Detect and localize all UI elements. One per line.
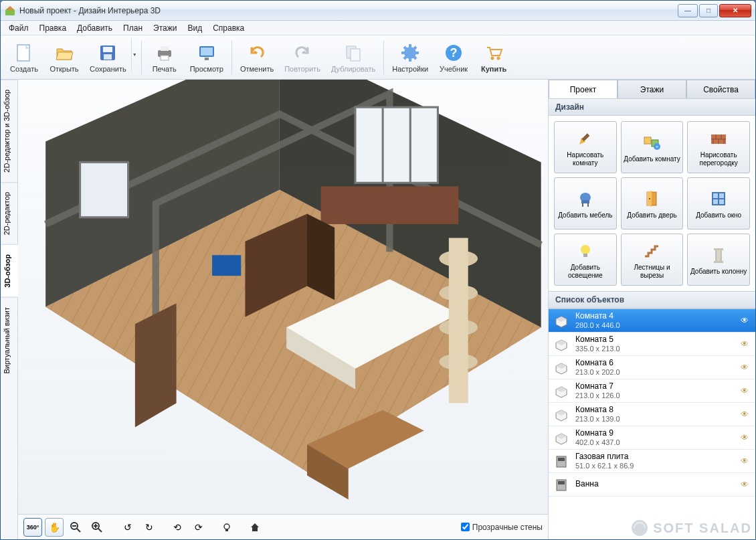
rooms-icon: + [641, 132, 662, 153]
svg-point-77 [649, 198, 650, 199]
svg-rect-32 [355, 107, 438, 183]
zoom-out-button[interactable] [66, 518, 85, 537]
rotate-ccw-button[interactable]: ↺ [118, 518, 137, 537]
undo-button[interactable]: Отменить [235, 38, 278, 77]
visibility-icon[interactable]: 👁 [741, 433, 751, 442]
maximize-button[interactable]: □ [699, 4, 718, 17]
tab-properties[interactable]: Свойства [686, 80, 755, 98]
menu-plan[interactable]: План [118, 22, 148, 34]
add-furniture-button[interactable]: Добавить мебель [554, 177, 617, 230]
buy-button[interactable]: Купить [474, 38, 513, 77]
vtab-2d[interactable]: 2D-редактор [1, 182, 17, 244]
svg-rect-11 [201, 48, 213, 56]
svg-rect-8 [161, 46, 169, 51]
objects-section-header: Список объектов [549, 291, 755, 308]
close-button[interactable]: ✕ [719, 4, 751, 17]
print-button[interactable]: Печать [145, 38, 184, 77]
window-buttons: — □ ✕ [678, 4, 751, 17]
room-icon [553, 382, 570, 399]
transparent-walls-checkbox[interactable]: Прозрачные стены [461, 523, 543, 532]
printer-icon [154, 42, 175, 64]
add-light-button[interactable]: Добавить освещение [554, 234, 617, 286]
add-door-button[interactable]: Добавить дверь [621, 177, 684, 230]
draw-wall-button[interactable]: Нарисовать перегородку [687, 121, 750, 173]
pan-button[interactable]: ✋ [45, 518, 64, 537]
menu-help[interactable]: Справка [207, 22, 250, 34]
svg-rect-35 [321, 186, 459, 224]
room-icon [553, 429, 570, 446]
svg-marker-41 [135, 303, 177, 427]
pencil-icon [575, 128, 596, 149]
vtab-3d[interactable]: 3D-обзор [1, 244, 18, 297]
create-button[interactable]: Создать [5, 38, 43, 77]
visibility-icon[interactable]: 👁 [741, 410, 751, 419]
stairs-button[interactable]: Лестницы и вырезы [621, 234, 684, 286]
vtab-virtual[interactable]: Виртуальный визит [1, 297, 17, 383]
gear-icon [399, 42, 421, 64]
open-button[interactable]: Открыть [45, 38, 84, 77]
svg-marker-58 [251, 523, 259, 531]
visibility-icon[interactable]: 👁 [741, 316, 751, 325]
svg-rect-60 [644, 137, 651, 144]
object-row[interactable]: Газовая плита51.0 x 62.1 x 86.9👁 [549, 450, 755, 473]
vtab-2d3d[interactable]: 2D-редактор и 3D-обзор [1, 80, 17, 182]
tutorial-button[interactable]: ?Учебник [434, 38, 473, 77]
add-column-button[interactable]: Добавить колонну [687, 234, 750, 286]
window-icon [708, 188, 729, 209]
door-icon [641, 188, 662, 209]
add-room-button[interactable]: +Добавить комнату [621, 121, 684, 173]
duplicate-button[interactable]: Дублировать [326, 38, 380, 77]
separator [141, 41, 142, 74]
visibility-icon[interactable]: 👁 [741, 480, 751, 489]
settings-button[interactable]: Настройки [387, 38, 433, 77]
draw-room-button[interactable]: Нарисовать комнату [554, 121, 617, 173]
separator [231, 41, 232, 74]
tab-project[interactable]: Проект [549, 80, 618, 98]
column-icon [708, 244, 729, 266]
svg-rect-101 [558, 481, 565, 484]
svg-rect-72 [581, 200, 589, 203]
orbit-right-button[interactable]: ⟳ [189, 518, 208, 537]
redo-button[interactable]: Повторить [280, 38, 325, 77]
svg-point-81 [581, 245, 590, 254]
object-name: Комната 5 [575, 335, 735, 344]
menu-floors[interactable]: Этажи [148, 22, 182, 34]
object-name: Комната 4 [575, 312, 735, 321]
add-window-button[interactable]: Добавить окно [687, 177, 750, 230]
object-row[interactable]: Комната 7213.0 x 126.0👁 [549, 379, 755, 403]
view-360-button[interactable]: 360° [23, 518, 42, 537]
3d-canvas[interactable] [18, 80, 548, 514]
tab-floors[interactable]: Этажи [618, 80, 686, 98]
orbit-left-button[interactable]: ⟲ [168, 518, 187, 537]
object-dimensions: 213.0 x 126.0 [575, 391, 735, 399]
save-dropdown[interactable]: ▼ [131, 38, 138, 72]
object-dimensions: 280.0 x 446.0 [575, 321, 735, 329]
menu-view[interactable]: Вид [182, 22, 207, 34]
object-row[interactable]: Комната 8213.0 x 139.0👁 [549, 403, 755, 426]
room-icon [553, 335, 570, 353]
chair-icon [575, 188, 596, 209]
cart-icon [483, 42, 504, 64]
object-row[interactable]: Ванна👁 [549, 473, 755, 497]
visibility-icon[interactable]: 👁 [741, 456, 751, 466]
visibility-icon[interactable]: 👁 [741, 339, 751, 349]
redo-icon [292, 42, 313, 64]
rotate-cw-button[interactable]: ↻ [140, 518, 159, 537]
home-view-button[interactable] [246, 518, 264, 537]
svg-rect-0 [5, 10, 15, 15]
minimize-button[interactable]: — [678, 4, 698, 17]
save-button[interactable]: Сохранить [85, 38, 131, 77]
object-row[interactable]: Комната 4280.0 x 446.0👁 [549, 309, 755, 333]
object-row[interactable]: Комната 5335.0 x 213.0👁 [549, 333, 755, 356]
object-row[interactable]: Комната 6213.0 x 202.0👁 [549, 356, 755, 379]
light-toggle-button[interactable] [217, 518, 236, 537]
visibility-icon[interactable]: 👁 [741, 386, 751, 395]
visibility-icon[interactable]: 👁 [741, 363, 751, 372]
object-row[interactable]: Комната 9402.0 x 437.0👁 [549, 426, 755, 450]
zoom-in-button[interactable] [88, 518, 106, 537]
preview-button[interactable]: Просмотр [185, 38, 228, 77]
menu-file[interactable]: Файл [3, 22, 34, 34]
menu-add[interactable]: Добавить [72, 22, 118, 34]
menu-edit[interactable]: Правка [34, 22, 72, 34]
object-list[interactable]: Комната 4280.0 x 446.0👁Комната 5335.0 x … [549, 308, 755, 539]
